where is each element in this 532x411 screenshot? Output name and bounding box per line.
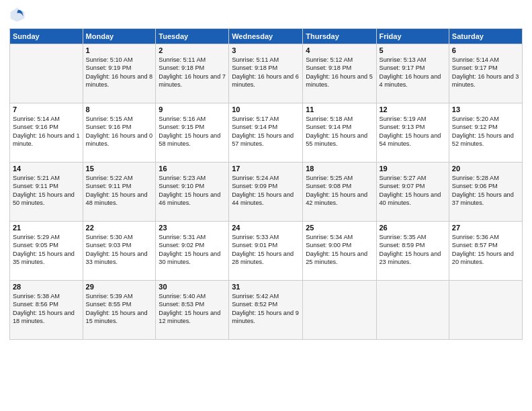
day-info: Sunrise: 5:10 AMSunset: 9:19 PMDaylight:… <box>86 56 153 89</box>
day-number: 10 <box>232 105 300 113</box>
day-number: 21 <box>13 224 80 232</box>
calendar-week-row: 28Sunrise: 5:38 AMSunset: 8:56 PMDayligh… <box>10 281 523 340</box>
day-info: Sunrise: 5:24 AMSunset: 9:09 PMDaylight:… <box>232 174 300 208</box>
header-row: SundayMondayTuesdayWednesdayThursdayFrid… <box>10 29 523 44</box>
day-info: Sunrise: 5:31 AMSunset: 9:02 PMDaylight:… <box>159 233 226 267</box>
day-info: Sunrise: 5:25 AMSunset: 9:08 PMDaylight:… <box>306 174 373 208</box>
calendar-cell: 10Sunrise: 5:17 AMSunset: 9:14 PMDayligh… <box>229 103 303 163</box>
day-info: Sunrise: 5:23 AMSunset: 9:10 PMDaylight:… <box>159 174 226 208</box>
day-info: Sunrise: 5:36 AMSunset: 8:57 PMDaylight:… <box>452 233 519 267</box>
calendar-cell: 17Sunrise: 5:24 AMSunset: 9:09 PMDayligh… <box>229 163 303 222</box>
header-day: Saturday <box>449 29 522 44</box>
day-info: Sunrise: 5:11 AMSunset: 9:18 PMDaylight:… <box>232 56 300 89</box>
day-info: Sunrise: 5:34 AMSunset: 9:00 PMDaylight:… <box>306 233 373 267</box>
header-day: Sunday <box>10 29 83 44</box>
day-info: Sunrise: 5:29 AMSunset: 9:05 PMDaylight:… <box>13 233 80 267</box>
day-info: Sunrise: 5:35 AMSunset: 8:59 PMDaylight:… <box>380 233 446 267</box>
calendar-cell: 7Sunrise: 5:14 AMSunset: 9:16 PMDaylight… <box>10 103 83 163</box>
calendar-cell: 31Sunrise: 5:42 AMSunset: 8:52 PMDayligh… <box>229 281 303 340</box>
day-info: Sunrise: 5:17 AMSunset: 9:14 PMDaylight:… <box>232 115 300 148</box>
calendar-cell: 22Sunrise: 5:30 AMSunset: 9:03 PMDayligh… <box>83 222 156 281</box>
day-info: Sunrise: 5:11 AMSunset: 9:18 PMDaylight:… <box>159 56 226 89</box>
day-info: Sunrise: 5:22 AMSunset: 9:11 PMDaylight:… <box>86 174 153 208</box>
day-number: 15 <box>86 165 153 173</box>
day-info: Sunrise: 5:14 AMSunset: 9:17 PMDaylight:… <box>452 56 519 89</box>
calendar-cell: 14Sunrise: 5:21 AMSunset: 9:11 PMDayligh… <box>10 163 83 222</box>
day-info: Sunrise: 5:28 AMSunset: 9:06 PMDaylight:… <box>452 174 519 208</box>
calendar-cell <box>10 44 83 103</box>
calendar-week-row: 14Sunrise: 5:21 AMSunset: 9:11 PMDayligh… <box>10 163 523 222</box>
day-number: 7 <box>13 105 80 113</box>
day-number: 23 <box>159 224 226 232</box>
calendar-cell <box>449 281 522 340</box>
calendar-cell: 1Sunrise: 5:10 AMSunset: 9:19 PMDaylight… <box>83 44 156 103</box>
calendar-cell: 13Sunrise: 5:20 AMSunset: 9:12 PMDayligh… <box>449 103 522 163</box>
calendar-cell: 28Sunrise: 5:38 AMSunset: 8:56 PMDayligh… <box>10 281 83 340</box>
calendar-cell: 2Sunrise: 5:11 AMSunset: 9:18 PMDaylight… <box>156 44 229 103</box>
calendar-cell: 9Sunrise: 5:16 AMSunset: 9:15 PMDaylight… <box>156 103 229 163</box>
day-number: 2 <box>159 46 226 54</box>
header <box>9 7 523 23</box>
day-number: 24 <box>232 224 300 232</box>
day-number: 16 <box>159 165 226 173</box>
day-info: Sunrise: 5:18 AMSunset: 9:14 PMDaylight:… <box>306 115 373 148</box>
calendar-table: SundayMondayTuesdayWednesdayThursdayFrid… <box>9 28 523 340</box>
header-day: Monday <box>83 29 156 44</box>
day-number: 8 <box>86 105 153 113</box>
day-number: 22 <box>86 224 153 232</box>
day-number: 11 <box>306 105 373 113</box>
day-number: 26 <box>380 224 446 232</box>
calendar-cell: 29Sunrise: 5:39 AMSunset: 8:55 PMDayligh… <box>83 281 156 340</box>
day-info: Sunrise: 5:21 AMSunset: 9:11 PMDaylight:… <box>13 174 80 208</box>
day-number: 27 <box>452 224 519 232</box>
calendar-cell: 25Sunrise: 5:34 AMSunset: 9:00 PMDayligh… <box>303 222 376 281</box>
page: SundayMondayTuesdayWednesdayThursdayFrid… <box>0 0 532 411</box>
calendar-cell: 15Sunrise: 5:22 AMSunset: 9:11 PMDayligh… <box>83 163 156 222</box>
day-info: Sunrise: 5:39 AMSunset: 8:55 PMDaylight:… <box>86 292 153 326</box>
day-number: 13 <box>452 105 519 113</box>
day-number: 29 <box>86 283 153 291</box>
calendar-cell: 5Sunrise: 5:13 AMSunset: 9:17 PMDaylight… <box>376 44 449 103</box>
day-number: 12 <box>380 105 446 113</box>
day-info: Sunrise: 5:27 AMSunset: 9:07 PMDaylight:… <box>380 174 446 208</box>
day-number: 25 <box>306 224 373 232</box>
day-number: 19 <box>380 165 446 173</box>
calendar-week-row: 1Sunrise: 5:10 AMSunset: 9:19 PMDaylight… <box>10 44 523 103</box>
logo <box>9 7 28 23</box>
day-info: Sunrise: 5:14 AMSunset: 9:16 PMDaylight:… <box>13 115 80 148</box>
day-info: Sunrise: 5:19 AMSunset: 9:13 PMDaylight:… <box>380 115 446 148</box>
day-number: 3 <box>232 46 300 54</box>
header-day: Tuesday <box>156 29 229 44</box>
calendar-cell: 23Sunrise: 5:31 AMSunset: 9:02 PMDayligh… <box>156 222 229 281</box>
header-day: Wednesday <box>229 29 303 44</box>
calendar-week-row: 7Sunrise: 5:14 AMSunset: 9:16 PMDaylight… <box>10 103 523 163</box>
calendar-cell: 16Sunrise: 5:23 AMSunset: 9:10 PMDayligh… <box>156 163 229 222</box>
calendar-cell <box>303 281 376 340</box>
day-info: Sunrise: 5:12 AMSunset: 9:18 PMDaylight:… <box>306 56 373 89</box>
day-number: 17 <box>232 165 300 173</box>
header-day: Friday <box>376 29 449 44</box>
calendar-cell: 3Sunrise: 5:11 AMSunset: 9:18 PMDaylight… <box>229 44 303 103</box>
calendar-cell: 20Sunrise: 5:28 AMSunset: 9:06 PMDayligh… <box>449 163 522 222</box>
day-info: Sunrise: 5:38 AMSunset: 8:56 PMDaylight:… <box>13 292 80 326</box>
calendar-cell: 19Sunrise: 5:27 AMSunset: 9:07 PMDayligh… <box>376 163 449 222</box>
calendar-cell: 24Sunrise: 5:33 AMSunset: 9:01 PMDayligh… <box>229 222 303 281</box>
calendar-cell: 27Sunrise: 5:36 AMSunset: 8:57 PMDayligh… <box>449 222 522 281</box>
calendar-cell: 4Sunrise: 5:12 AMSunset: 9:18 PMDaylight… <box>303 44 376 103</box>
day-number: 4 <box>306 46 373 54</box>
header-day: Thursday <box>303 29 376 44</box>
calendar-cell: 11Sunrise: 5:18 AMSunset: 9:14 PMDayligh… <box>303 103 376 163</box>
calendar-cell: 18Sunrise: 5:25 AMSunset: 9:08 PMDayligh… <box>303 163 376 222</box>
calendar-week-row: 21Sunrise: 5:29 AMSunset: 9:05 PMDayligh… <box>10 222 523 281</box>
day-info: Sunrise: 5:15 AMSunset: 9:16 PMDaylight:… <box>86 115 153 148</box>
day-info: Sunrise: 5:33 AMSunset: 9:01 PMDaylight:… <box>232 233 300 267</box>
day-number: 30 <box>159 283 226 291</box>
day-number: 9 <box>159 105 226 113</box>
calendar-cell: 8Sunrise: 5:15 AMSunset: 9:16 PMDaylight… <box>83 103 156 163</box>
day-number: 5 <box>380 46 446 54</box>
calendar-cell <box>376 281 449 340</box>
logo-icon <box>9 7 26 23</box>
calendar-cell: 21Sunrise: 5:29 AMSunset: 9:05 PMDayligh… <box>10 222 83 281</box>
day-info: Sunrise: 5:42 AMSunset: 8:52 PMDaylight:… <box>232 292 300 326</box>
day-number: 28 <box>13 283 80 291</box>
